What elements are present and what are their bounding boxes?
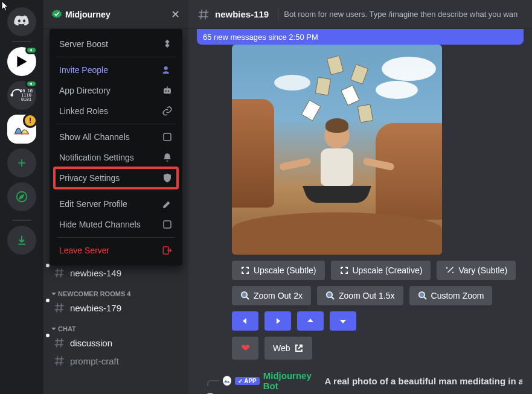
menu-separator [57, 57, 175, 57]
reply-preview[interactable]: ✓ APP Midjourney Bot A real photo of a b… [198, 370, 522, 391]
menu-linked-roles[interactable]: Linked Roles [54, 101, 178, 121]
explore-servers-button[interactable] [7, 182, 36, 211]
arrow-right-icon [273, 316, 283, 326]
reply-content: A real photo of a beautiful man meditati… [325, 376, 522, 386]
menu-label: Privacy Settings [59, 173, 120, 183]
server-header[interactable]: Midjourney ✕ [43, 0, 188, 29]
voice-badge-icon [25, 113, 37, 122]
hash-icon [53, 337, 65, 349]
heart-icon: ❤ [241, 342, 250, 355]
svg-point-2 [164, 66, 168, 70]
svg-rect-7 [164, 221, 171, 228]
button-label: Custom Zoom [431, 291, 484, 300]
svg-point-12 [327, 292, 332, 297]
menu-label: Server Boost [59, 39, 108, 49]
menu-hide-muted-channels[interactable]: Hide Muted Channels [54, 214, 178, 235]
search-icon [240, 291, 250, 300]
vary-subtle-button[interactable]: Vary (Subtle) [437, 261, 516, 280]
external-link-icon [294, 343, 304, 353]
search-icon [418, 291, 428, 300]
new-messages-bar[interactable]: 65 new messages since 2:50 PM [197, 29, 524, 45]
svg-point-4 [165, 91, 167, 92]
generated-image[interactable] [232, 45, 442, 255]
menu-separator [57, 191, 175, 191]
channel-discussion[interactable]: discussion [48, 334, 184, 352]
button-label: Zoom Out 2x [254, 291, 303, 300]
wand-icon [445, 265, 455, 275]
voice-badge-icon [25, 46, 37, 54]
menu-app-directory[interactable]: App Directory [54, 80, 178, 101]
new-messages-text: 65 new messages since 2:50 PM [203, 33, 318, 42]
svg-point-0 [11, 94, 13, 96]
chat-main: newbies-119 Bot room for new users. Type… [188, 0, 532, 394]
leave-icon [162, 245, 173, 256]
menu-show-all-channels[interactable]: Show All Channels [54, 127, 178, 147]
voice-badge-icon [25, 80, 37, 88]
checkbox-icon [162, 219, 173, 230]
bell-icon [162, 152, 173, 163]
button-label: Upscale (Subtle) [254, 265, 316, 275]
menu-label: Edit Server Profile [59, 199, 127, 209]
server-dropdown-menu: Server Boost Invite People App Directory… [50, 29, 182, 265]
web-button[interactable]: Web [264, 337, 312, 360]
menu-invite-people[interactable]: Invite People [54, 60, 178, 80]
download-apps-button[interactable] [7, 226, 36, 255]
shield-icon [162, 173, 173, 183]
arrow-down-icon [338, 316, 348, 326]
server-discord-home[interactable] [7, 7, 36, 36]
reply-avatar [223, 376, 231, 386]
menu-separator [57, 124, 175, 124]
upscale-creative-button[interactable]: Upscale (Creative) [331, 261, 431, 280]
category-chat[interactable]: CHAT [48, 317, 184, 334]
favorite-button[interactable]: ❤ [232, 337, 258, 360]
button-label: Zoom Out 1.5x [339, 291, 395, 300]
menu-label: App Directory [59, 86, 111, 95]
channel-title: newbies-119 [215, 9, 269, 19]
server-midjourney[interactable] [7, 115, 36, 144]
custom-zoom-button[interactable]: Custom Zoom [409, 286, 493, 305]
close-icon[interactable]: ✕ [171, 8, 180, 21]
menu-leave-server[interactable]: Leave Server [54, 240, 178, 261]
channel-newbies-149[interactable]: newbies-149 [48, 264, 184, 282]
channel-name: newbies-179 [70, 303, 121, 313]
channel-sidebar: Midjourney ✕ Server Boost Invite People … [43, 0, 188, 394]
menu-edit-server-profile[interactable]: Edit Server Profile [54, 194, 178, 214]
pan-right-button[interactable] [264, 311, 291, 331]
channel-newbies-179[interactable]: newbies-179 [48, 299, 184, 317]
menu-notification-settings[interactable]: Notification Settings [54, 147, 178, 168]
zoom-out-2x-button[interactable]: Zoom Out 2x [232, 286, 311, 305]
button-label: Web [273, 343, 290, 353]
server-rail: 10 1011100101 + [0, 0, 43, 394]
verified-icon [52, 10, 62, 19]
chevron-down-icon [51, 326, 57, 332]
svg-rect-3 [164, 88, 171, 94]
pan-left-button[interactable] [232, 311, 258, 331]
unread-dot [46, 264, 50, 267]
menu-label: Show All Channels [59, 132, 130, 142]
rail-divider [12, 41, 31, 42]
menu-label: Notification Settings [59, 153, 134, 162]
add-server-button[interactable]: + [7, 148, 36, 177]
hash-icon [53, 267, 65, 279]
pan-down-button[interactable] [330, 311, 356, 331]
pan-up-button[interactable] [297, 311, 324, 331]
menu-server-boost[interactable]: Server Boost [54, 34, 178, 54]
chat-body[interactable]: 65 new messages since 2:50 PM [188, 29, 532, 394]
channel-prompt-craft[interactable]: prompt-craft [48, 352, 184, 370]
reply-author[interactable]: Midjourney Bot [263, 370, 321, 391]
hash-icon [197, 8, 210, 21]
mouse-cursor [1, 1, 10, 14]
app-badge: ✓ APP [235, 377, 260, 385]
server-item-1[interactable] [7, 47, 36, 76]
arrow-left-icon [240, 316, 250, 326]
category-label: CHAT [58, 325, 76, 332]
category-newcomer-4[interactable]: NEWCOMER ROOMS 4 [48, 282, 184, 299]
channel-name: discussion [70, 338, 112, 348]
menu-privacy-settings[interactable]: Privacy Settings [54, 168, 178, 188]
upscale-subtle-button[interactable]: Upscale (Subtle) [232, 261, 325, 280]
checkbox-icon [162, 132, 173, 142]
server-item-2[interactable]: 10 1011100101 [7, 81, 36, 110]
bot-icon [162, 85, 173, 96]
zoom-out-1-5x-button[interactable]: Zoom Out 1.5x [317, 286, 403, 305]
hash-icon [53, 302, 65, 314]
